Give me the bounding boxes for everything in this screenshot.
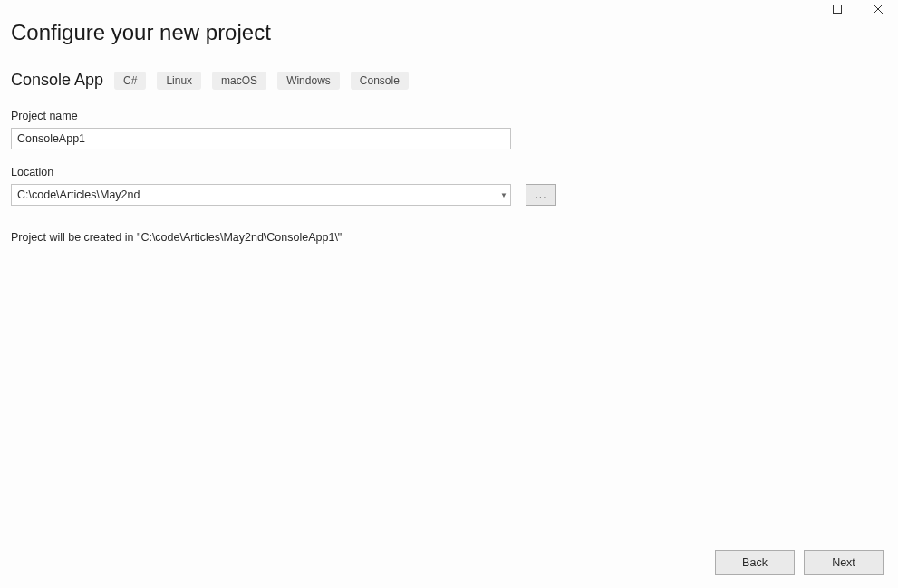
next-button[interactable]: Next xyxy=(804,550,884,575)
page-title: Configure your new project xyxy=(11,20,898,45)
project-name-input[interactable] xyxy=(11,128,511,149)
tag-windows: Windows xyxy=(277,72,340,90)
tag-macos: macOS xyxy=(212,72,266,90)
tag-linux: Linux xyxy=(157,72,201,90)
maximize-icon xyxy=(833,5,842,14)
back-button[interactable]: Back xyxy=(715,550,795,575)
svg-rect-0 xyxy=(833,5,841,14)
project-name-label: Project name xyxy=(11,110,898,122)
browse-button[interactable]: ... xyxy=(526,184,556,206)
project-path-info: Project will be created in "C:\code\Arti… xyxy=(11,231,898,244)
location-combo[interactable]: ▼ xyxy=(11,184,511,206)
tag-console: Console xyxy=(351,72,409,90)
maximize-button[interactable] xyxy=(816,0,857,18)
template-header: Console App C# Linux macOS Windows Conso… xyxy=(11,71,898,90)
location-label: Location xyxy=(11,166,898,178)
close-icon xyxy=(874,5,883,14)
tag-csharp: C# xyxy=(114,72,146,90)
footer-buttons: Back Next xyxy=(715,550,884,575)
template-name: Console App xyxy=(11,71,103,90)
close-button[interactable] xyxy=(857,0,898,18)
window-controls xyxy=(816,0,898,18)
location-input[interactable] xyxy=(11,184,511,206)
